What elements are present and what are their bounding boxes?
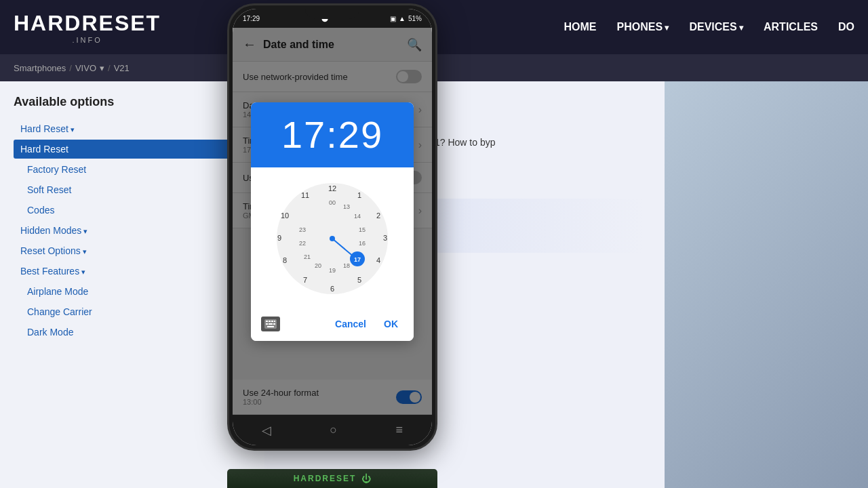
svg-text:00: 00 bbox=[329, 199, 336, 206]
hand-area bbox=[665, 81, 868, 488]
phone-nav-bar: ◁ ○ ≡ bbox=[233, 415, 432, 445]
status-wifi-icon: ▲ bbox=[399, 15, 406, 22]
sidebar-item-hard-reset[interactable]: Hard Reset bbox=[14, 140, 251, 159]
sidebar-item-best-features[interactable]: Best Features bbox=[14, 262, 251, 281]
time-picker-display[interactable]: 17:29 bbox=[264, 116, 400, 154]
clock-svg[interactable]: 12 1 2 3 4 5 bbox=[271, 178, 393, 300]
site-logo[interactable]: HARDRESET .INFO bbox=[14, 11, 161, 44]
svg-rect-30 bbox=[266, 321, 268, 322]
svg-text:2: 2 bbox=[376, 211, 380, 220]
svg-text:13: 13 bbox=[343, 203, 350, 210]
svg-text:7: 7 bbox=[303, 276, 307, 284]
status-time: 17:29 bbox=[243, 15, 260, 22]
breadcrumb-vivo[interactable]: VIVO bbox=[75, 63, 96, 73]
recents-nav-icon[interactable]: ≡ bbox=[395, 423, 403, 437]
svg-text:19: 19 bbox=[329, 267, 336, 274]
picker-actions: Cancel OK bbox=[251, 310, 414, 341]
svg-text:11: 11 bbox=[301, 191, 309, 199]
time-picker-dialog: 17:29 12 1 bbox=[251, 102, 414, 341]
svg-text:18: 18 bbox=[343, 262, 350, 269]
status-network-icon: ▣ bbox=[390, 15, 396, 22]
breadcrumb-sep1: / bbox=[69, 63, 72, 73]
home-nav-icon[interactable]: ○ bbox=[330, 423, 337, 437]
sidebar: Available options Hard Reset Hard Reset … bbox=[0, 81, 264, 488]
svg-rect-33 bbox=[274, 321, 275, 322]
back-nav-icon[interactable]: ◁ bbox=[262, 423, 271, 438]
phone-body: 17:29 ⬤ ▣ ▲ 51% ← Date and time 🔍 bbox=[227, 3, 437, 451]
sidebar-item-hidden-modes[interactable]: Hidden Modes bbox=[14, 221, 251, 240]
svg-text:21: 21 bbox=[304, 253, 311, 260]
logo-text: HARDRESET bbox=[14, 11, 161, 36]
stand-brand-text: HARDRESET bbox=[294, 474, 357, 483]
breadcrumb-sep2: / bbox=[108, 63, 111, 73]
svg-point-26 bbox=[330, 236, 335, 241]
svg-text:22: 22 bbox=[299, 240, 306, 247]
svg-text:12: 12 bbox=[328, 184, 336, 192]
phone-screen: 17:29 ⬤ ▣ ▲ 51% ← Date and time 🔍 bbox=[233, 9, 432, 445]
breadcrumb-v21[interactable]: V21 bbox=[114, 63, 130, 73]
svg-text:14: 14 bbox=[354, 213, 361, 220]
time-picker-header: 17:29 bbox=[251, 102, 414, 167]
sidebar-item-codes[interactable]: Codes bbox=[14, 201, 251, 220]
sidebar-item-factory-reset[interactable]: Factory Reset bbox=[14, 160, 251, 179]
phone-container: 17:29 ⬤ ▣ ▲ 51% ← Date and time 🔍 bbox=[227, 3, 437, 464]
nav-home[interactable]: HOME bbox=[564, 21, 596, 33]
sidebar-item-change-carrier[interactable]: Change Carrier bbox=[14, 302, 251, 321]
nav-do[interactable]: DO bbox=[838, 21, 854, 33]
svg-text:1: 1 bbox=[357, 191, 361, 199]
phone-stand: HARDRESET ⏻ bbox=[227, 469, 437, 488]
sidebar-title: Available options bbox=[14, 95, 251, 109]
svg-rect-35 bbox=[269, 323, 273, 325]
clock-face[interactable]: 12 1 2 3 4 5 bbox=[251, 167, 414, 310]
sidebar-item-dark-mode[interactable]: Dark Mode bbox=[14, 323, 251, 342]
svg-text:16: 16 bbox=[359, 240, 366, 247]
svg-text:5: 5 bbox=[357, 276, 361, 284]
sidebar-item-reset-options[interactable]: Reset Options bbox=[14, 241, 251, 260]
cancel-button[interactable]: Cancel bbox=[330, 315, 372, 333]
svg-rect-37 bbox=[267, 326, 274, 327]
status-battery: 51% bbox=[408, 15, 422, 22]
status-right: ▣ ▲ 51% bbox=[390, 15, 422, 22]
sidebar-item-soft-reset[interactable]: Soft Reset bbox=[14, 180, 251, 199]
svg-text:4: 4 bbox=[376, 256, 380, 264]
svg-text:8: 8 bbox=[283, 256, 287, 264]
logo-sub: .INFO bbox=[72, 36, 102, 44]
sidebar-item-airplane-mode[interactable]: Airplane Mode bbox=[14, 282, 251, 301]
nav-devices[interactable]: DEVICES bbox=[689, 21, 743, 33]
svg-rect-34 bbox=[266, 323, 268, 325]
nav-articles[interactable]: ARTICLES bbox=[764, 21, 818, 33]
svg-rect-36 bbox=[273, 323, 275, 325]
svg-text:3: 3 bbox=[383, 234, 387, 242]
keyboard-icon[interactable] bbox=[261, 317, 280, 331]
ok-button[interactable]: OK bbox=[378, 315, 403, 333]
chevron-down-icon: ▾ bbox=[100, 63, 104, 73]
time-picker-overlay: 17:29 12 1 bbox=[233, 28, 432, 415]
nav-phones[interactable]: PHONES bbox=[616, 21, 669, 33]
svg-text:10: 10 bbox=[281, 211, 289, 220]
svg-text:20: 20 bbox=[315, 262, 321, 269]
nav-links: HOME PHONES DEVICES ARTICLES DO bbox=[564, 21, 854, 33]
svg-text:9: 9 bbox=[277, 234, 281, 242]
breadcrumb-smartphones[interactable]: Smartphones bbox=[14, 63, 66, 73]
svg-text:17: 17 bbox=[354, 256, 361, 263]
svg-rect-32 bbox=[271, 321, 273, 322]
svg-text:6: 6 bbox=[330, 285, 334, 293]
stand-logo-icon: ⏻ bbox=[361, 473, 371, 484]
svg-rect-31 bbox=[269, 321, 271, 322]
phone-screen-content: ← Date and time 🔍 Use network-provided t… bbox=[233, 28, 432, 415]
svg-text:23: 23 bbox=[299, 226, 306, 233]
picker-buttons: Cancel OK bbox=[330, 315, 403, 333]
sidebar-item-hard-reset-parent[interactable]: Hard Reset bbox=[14, 119, 251, 138]
phone-notch bbox=[305, 5, 359, 19]
svg-text:15: 15 bbox=[359, 226, 366, 233]
